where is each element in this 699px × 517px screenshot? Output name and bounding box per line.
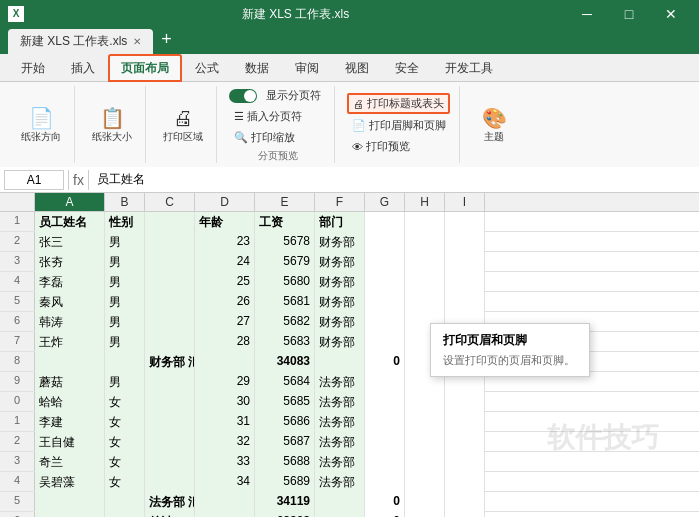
cell-i14[interactable]: [445, 472, 485, 492]
cell-h10[interactable]: [405, 392, 445, 412]
cell-f8[interactable]: [315, 352, 365, 372]
cell-h4[interactable]: [405, 272, 445, 292]
cell-a9[interactable]: 蘑菇: [35, 372, 105, 392]
cell-g15[interactable]: 0: [365, 492, 405, 512]
cell-i15[interactable]: [445, 492, 485, 512]
cell-b2[interactable]: 男: [105, 232, 145, 252]
cell-i13[interactable]: [445, 452, 485, 472]
cell-c7[interactable]: [145, 332, 195, 352]
cell-d13[interactable]: 33: [195, 452, 255, 472]
cell-c16[interactable]: 总计: [145, 512, 195, 517]
cell-b3[interactable]: 男: [105, 252, 145, 272]
tab-close-icon[interactable]: ✕: [133, 36, 141, 47]
cell-e16[interactable]: 68202: [255, 512, 315, 517]
cell-e14[interactable]: 5689: [255, 472, 315, 492]
cell-a14[interactable]: 吴碧藻: [35, 472, 105, 492]
cell-h15[interactable]: [405, 492, 445, 512]
cell-e4[interactable]: 5680: [255, 272, 315, 292]
cell-g9[interactable]: [365, 372, 405, 392]
cell-d5[interactable]: 26: [195, 292, 255, 312]
tab-data[interactable]: 数据: [232, 54, 282, 82]
cell-d10[interactable]: 30: [195, 392, 255, 412]
tab-insert[interactable]: 插入: [58, 54, 108, 82]
cell-e3[interactable]: 5679: [255, 252, 315, 272]
cell-a2[interactable]: 张三: [35, 232, 105, 252]
cell-d9[interactable]: 29: [195, 372, 255, 392]
cell-f1[interactable]: 部门: [315, 212, 365, 232]
print-scale-button[interactable]: 🔍 打印缩放: [229, 128, 300, 147]
cell-h3[interactable]: [405, 252, 445, 272]
cell-g10[interactable]: [365, 392, 405, 412]
cell-a16[interactable]: [35, 512, 105, 517]
cell-g8[interactable]: 0: [365, 352, 405, 372]
cell-h16[interactable]: [405, 512, 445, 517]
cell-g4[interactable]: [365, 272, 405, 292]
new-tab-button[interactable]: +: [153, 28, 180, 54]
cell-d16[interactable]: [195, 512, 255, 517]
cell-h2[interactable]: [405, 232, 445, 252]
cell-d4[interactable]: 25: [195, 272, 255, 292]
cell-i11[interactable]: [445, 412, 485, 432]
cell-b12[interactable]: 女: [105, 432, 145, 452]
col-header-g[interactable]: G: [365, 193, 405, 211]
minimize-button[interactable]: ─: [567, 0, 607, 28]
theme-button[interactable]: 🎨 主题: [476, 103, 512, 147]
cell-b14[interactable]: 女: [105, 472, 145, 492]
cell-c1[interactable]: [145, 212, 195, 232]
cell-g14[interactable]: [365, 472, 405, 492]
paper-size-button[interactable]: 📋 纸张大小: [87, 103, 137, 147]
cell-a10[interactable]: 蛤蛤: [35, 392, 105, 412]
cell-b8[interactable]: [105, 352, 145, 372]
cell-g5[interactable]: [365, 292, 405, 312]
cell-e2[interactable]: 5678: [255, 232, 315, 252]
cell-b9[interactable]: 男: [105, 372, 145, 392]
col-header-i[interactable]: I: [445, 193, 485, 211]
cell-a12[interactable]: 王自健: [35, 432, 105, 452]
tab-formula[interactable]: 公式: [182, 54, 232, 82]
cell-f12[interactable]: 法务部: [315, 432, 365, 452]
cell-b4[interactable]: 男: [105, 272, 145, 292]
cell-a1[interactable]: 员工姓名: [35, 212, 105, 232]
cell-b11[interactable]: 女: [105, 412, 145, 432]
cell-h5[interactable]: [405, 292, 445, 312]
cell-c8[interactable]: 财务部 汇总: [145, 352, 195, 372]
cell-g3[interactable]: [365, 252, 405, 272]
cell-e5[interactable]: 5681: [255, 292, 315, 312]
cell-a4[interactable]: 李磊: [35, 272, 105, 292]
cell-d15[interactable]: [195, 492, 255, 512]
cell-f10[interactable]: 法务部: [315, 392, 365, 412]
cell-f7[interactable]: 财务部: [315, 332, 365, 352]
cell-a7[interactable]: 王炸: [35, 332, 105, 352]
cell-e8[interactable]: 34083: [255, 352, 315, 372]
cell-c15[interactable]: 法务部 汇总: [145, 492, 195, 512]
cell-reference-input[interactable]: A1: [4, 170, 64, 190]
insert-pagebreak-button[interactable]: ☰ 插入分页符: [229, 107, 307, 126]
cell-b16[interactable]: [105, 512, 145, 517]
cell-a5[interactable]: 秦风: [35, 292, 105, 312]
document-tab[interactable]: 新建 XLS 工作表.xls ✕: [8, 29, 153, 54]
tab-pagelayout[interactable]: 页面布局: [108, 54, 182, 82]
cell-i10[interactable]: [445, 392, 485, 412]
cell-f11[interactable]: 法务部: [315, 412, 365, 432]
cell-d11[interactable]: 31: [195, 412, 255, 432]
cell-c13[interactable]: [145, 452, 195, 472]
cell-a8[interactable]: [35, 352, 105, 372]
cell-i1[interactable]: [445, 212, 485, 232]
cell-d7[interactable]: 28: [195, 332, 255, 352]
cell-h12[interactable]: [405, 432, 445, 452]
cell-g6[interactable]: [365, 312, 405, 332]
col-header-h[interactable]: H: [405, 193, 445, 211]
cell-a13[interactable]: 奇兰: [35, 452, 105, 472]
cell-a11[interactable]: 李建: [35, 412, 105, 432]
cell-d3[interactable]: 24: [195, 252, 255, 272]
fx-icon[interactable]: fx: [73, 172, 84, 188]
tab-security[interactable]: 安全: [382, 54, 432, 82]
formula-input[interactable]: [93, 171, 695, 189]
cell-b10[interactable]: 女: [105, 392, 145, 412]
maximize-button[interactable]: □: [609, 0, 649, 28]
cell-f16[interactable]: [315, 512, 365, 517]
cell-c10[interactable]: [145, 392, 195, 412]
cell-d2[interactable]: 23: [195, 232, 255, 252]
cell-f5[interactable]: 财务部: [315, 292, 365, 312]
cell-i16[interactable]: [445, 512, 485, 517]
